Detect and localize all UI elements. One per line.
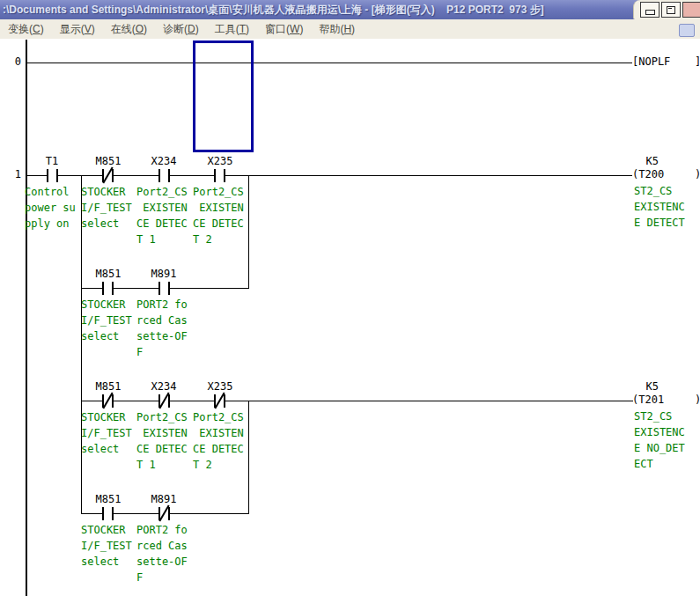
device-label-M851: M851 bbox=[96, 268, 122, 281]
contact-M891[interactable] bbox=[158, 282, 170, 295]
branch-join-line bbox=[248, 175, 249, 288]
device-label-M851: M851 bbox=[96, 155, 122, 168]
coil-T201[interactable]: (T201 bbox=[632, 394, 664, 407]
contact-T1[interactable] bbox=[47, 169, 58, 182]
nc-slash bbox=[214, 392, 225, 408]
coil-close-paren: ) bbox=[695, 168, 700, 181]
close-button[interactable] bbox=[682, 2, 700, 18]
menu-item-T[interactable]: 工具(T) bbox=[207, 20, 257, 39]
nc-slash bbox=[102, 166, 113, 183]
device-label-X234: X234 bbox=[151, 380, 177, 394]
device-comment: STOCKER I/F_TEST select bbox=[81, 522, 132, 570]
contact-X234[interactable] bbox=[158, 169, 170, 182]
device-comment: Port2_CS EXISTEN CE DETEC T 2 bbox=[193, 409, 244, 473]
contact-M851[interactable] bbox=[102, 394, 114, 408]
ladder-editor[interactable]: 0[NOPLF]1T1Control power su pply onM851S… bbox=[0, 39, 700, 596]
contact-M891[interactable] bbox=[158, 507, 170, 520]
device-label-M851: M851 bbox=[96, 493, 122, 506]
instruction-close-bracket: ] bbox=[695, 55, 700, 69]
window-controls bbox=[633, 0, 700, 19]
device-label-M891: M891 bbox=[151, 493, 177, 506]
nc-slash bbox=[158, 504, 169, 521]
rung-line bbox=[26, 63, 632, 63]
coil-comment: ST2_CS EXISTENC E DETECT bbox=[634, 183, 685, 231]
child-window-icon[interactable] bbox=[679, 24, 695, 37]
branch-drop-line bbox=[81, 175, 82, 513]
device-comment: Control power su pply on bbox=[25, 184, 76, 232]
device-comment: Port2_CS EXISTEN CE DETEC T 2 bbox=[193, 184, 244, 247]
minimize-icon bbox=[645, 10, 655, 15]
left-bus-bar bbox=[26, 40, 27, 596]
contact-X235[interactable] bbox=[214, 169, 225, 182]
device-comment: PORT2 fo rced Cas sette-OF F bbox=[136, 522, 188, 585]
device-label-X235: X235 bbox=[208, 155, 233, 168]
coil-preset: K5 bbox=[632, 155, 659, 168]
device-label-M891: M891 bbox=[151, 268, 177, 281]
device-label-T1: T1 bbox=[46, 155, 58, 168]
instruction-noplf[interactable]: [NOPLF bbox=[632, 55, 670, 69]
menu-item-O[interactable]: 在线(O) bbox=[103, 20, 155, 39]
menu-item-D[interactable]: 诊断(D) bbox=[155, 20, 207, 39]
nc-slash bbox=[158, 392, 169, 408]
rung-number-0: 0 bbox=[2, 55, 21, 69]
rung-line bbox=[26, 175, 632, 176]
menu-bar: 变换(C)显示(V)在线(O)诊断(D)工具(T)窗口(W)帮助(H) bbox=[0, 19, 700, 40]
contact-M851[interactable] bbox=[102, 507, 114, 520]
coil-close-paren: ) bbox=[695, 394, 700, 407]
rung-number-1: 1 bbox=[2, 168, 21, 181]
contact-M851[interactable] bbox=[102, 282, 114, 295]
title-bar: :\Documents and Settings\Administrator\桌… bbox=[0, 0, 700, 19]
device-label-M851: M851 bbox=[96, 380, 122, 394]
coil-preset: K5 bbox=[632, 380, 659, 394]
coil-comment: ST2_CS EXISTENC E NO_DET ECT bbox=[634, 408, 685, 472]
nc-slash bbox=[102, 392, 113, 408]
menu-item-C[interactable]: 变换(C) bbox=[0, 20, 52, 39]
restore-icon bbox=[667, 6, 675, 14]
application-window: :\Documents and Settings\Administrator\桌… bbox=[0, 0, 700, 596]
contact-X235[interactable] bbox=[214, 394, 225, 408]
window-title: :\Documents and Settings\Administrator\桌… bbox=[3, 3, 637, 18]
device-comment: STOCKER I/F_TEST select bbox=[81, 184, 132, 232]
device-label-X234: X234 bbox=[151, 155, 177, 168]
device-comment: PORT2 fo rced Cas sette-OF F bbox=[136, 297, 188, 360]
minimize-button[interactable] bbox=[640, 2, 659, 18]
device-comment: Port2_CS EXISTEN CE DETEC T 1 bbox=[136, 409, 188, 473]
coil-T200[interactable]: (T200 bbox=[632, 168, 664, 181]
cell-cursor[interactable] bbox=[193, 40, 254, 152]
contact-X234[interactable] bbox=[158, 394, 170, 408]
menu-item-H[interactable]: 帮助(H) bbox=[311, 20, 363, 39]
contact-M851[interactable] bbox=[102, 169, 114, 182]
menu-item-W[interactable]: 窗口(W) bbox=[257, 20, 311, 39]
device-comment: STOCKER I/F_TEST select bbox=[81, 409, 132, 457]
device-label-X235: X235 bbox=[208, 380, 233, 394]
menu-item-V[interactable]: 显示(V) bbox=[52, 20, 103, 39]
restore-button[interactable] bbox=[661, 2, 681, 18]
device-comment: STOCKER I/F_TEST select bbox=[81, 297, 132, 344]
branch-join-line bbox=[248, 401, 249, 513]
device-comment: Port2_CS EXISTEN CE DETEC T 1 bbox=[136, 184, 188, 247]
